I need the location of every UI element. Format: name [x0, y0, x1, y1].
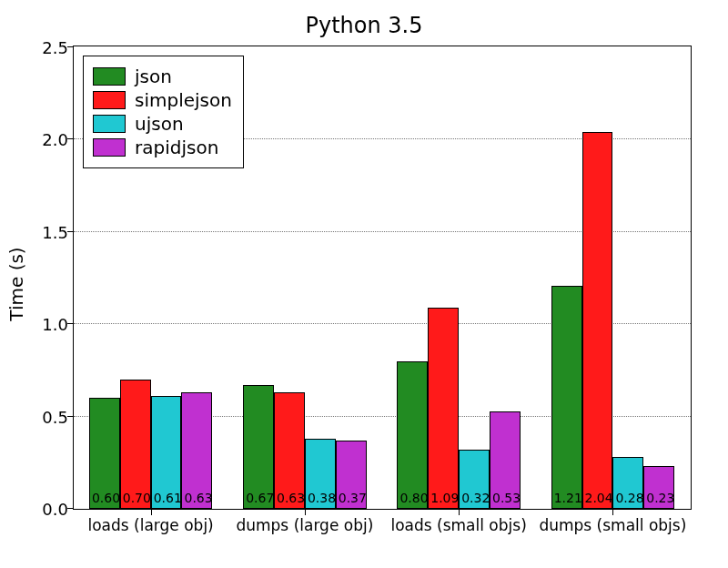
bar-rapidjson: 0.37 — [336, 441, 367, 509]
x-tick-label: loads (large obj) — [87, 516, 213, 534]
legend-swatch — [93, 91, 126, 109]
bar-json: 0.60 — [89, 398, 120, 509]
y-tick-mark — [67, 231, 74, 232]
bar-json: 0.67 — [243, 385, 274, 509]
x-tick-mark — [305, 509, 306, 515]
y-tick-mark — [67, 46, 74, 47]
legend-label: ujson — [135, 113, 184, 135]
bar-rapidjson: 0.23 — [643, 466, 674, 509]
bar-value-label: 0.53 — [492, 491, 521, 505]
legend-entry-simplejson: simplejson — [93, 89, 232, 111]
y-tick-mark — [67, 138, 74, 139]
bar-value-label: 0.61 — [154, 491, 182, 505]
x-tick-mark — [459, 509, 460, 515]
bar-ujson: 0.32 — [459, 450, 490, 509]
chart-container: Python 3.5 Time (s) jsonsimplejsonujsonr… — [0, 0, 728, 568]
bar-simplejson: 2.04 — [582, 132, 613, 509]
chart-title: Python 3.5 — [0, 13, 728, 38]
bar-rapidjson: 0.53 — [490, 411, 521, 509]
bar-value-label: 0.67 — [246, 491, 274, 505]
x-tick-mark — [612, 509, 613, 515]
legend-entry-rapidjson: rapidjson — [93, 137, 232, 158]
y-tick-label: 1.0 — [32, 315, 68, 334]
legend-entry-json: json — [93, 66, 232, 87]
y-tick-label: 2.0 — [32, 130, 68, 149]
legend-swatch — [93, 67, 126, 86]
bar-value-label: 0.28 — [615, 491, 643, 505]
x-tick-mark — [151, 509, 152, 515]
legend-label: json — [135, 66, 172, 87]
bar-value-label: 0.70 — [123, 491, 151, 505]
bar-rapidjson: 0.63 — [181, 392, 212, 509]
bar-json: 1.21 — [551, 286, 582, 509]
bar-value-label: 0.60 — [92, 491, 120, 505]
bar-json: 0.80 — [397, 361, 428, 509]
legend-label: simplejson — [135, 89, 232, 111]
bar-value-label: 0.37 — [339, 491, 367, 505]
plot-area: jsonsimplejsonujsonrapidjson 0.600.700.6… — [73, 46, 692, 510]
bar-ujson: 0.28 — [612, 457, 643, 509]
legend-label: rapidjson — [135, 137, 218, 158]
bar-ujson: 0.38 — [305, 439, 336, 509]
x-tick-label: loads (small objs) — [390, 516, 526, 534]
y-tick-label: 1.5 — [32, 222, 68, 241]
bar-ujson: 0.61 — [151, 396, 182, 509]
y-tick-mark — [67, 323, 74, 324]
bar-value-label: 0.80 — [399, 491, 428, 505]
y-tick-label: 0.5 — [32, 407, 68, 426]
bar-value-label: 0.63 — [184, 491, 212, 505]
y-tick-mark — [67, 508, 74, 509]
legend-entry-ujson: ujson — [93, 113, 232, 135]
y-tick-label: 2.5 — [32, 38, 68, 57]
legend: jsonsimplejsonujsonrapidjson — [83, 56, 244, 168]
bar-value-label: 2.04 — [585, 491, 613, 505]
bar-simplejson: 0.70 — [120, 380, 151, 509]
x-tick-label: dumps (large obj) — [236, 516, 373, 534]
bar-value-label: 0.32 — [461, 491, 490, 505]
x-tick-label: dumps (small objs) — [539, 516, 686, 534]
bar-simplejson: 0.63 — [274, 392, 305, 509]
y-tick-label: 0.0 — [32, 500, 68, 519]
y-tick-mark — [67, 416, 74, 417]
bar-value-label: 0.23 — [646, 491, 674, 505]
bar-simplejson: 1.09 — [428, 308, 459, 509]
bar-value-label: 0.38 — [308, 491, 336, 505]
legend-swatch — [93, 115, 126, 133]
legend-swatch — [93, 138, 126, 157]
bar-value-label: 1.09 — [430, 491, 459, 505]
bar-value-label: 0.63 — [277, 491, 305, 505]
bar-value-label: 1.21 — [554, 491, 582, 505]
y-axis-label: Time (s) — [5, 247, 27, 320]
